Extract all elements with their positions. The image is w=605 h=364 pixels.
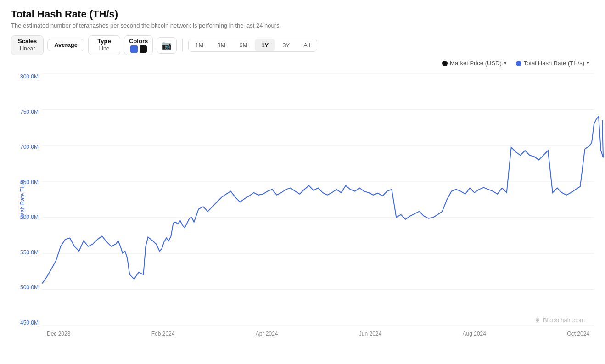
type-label: Type bbox=[97, 38, 111, 45]
legend-label-hash: Total Hash Rate (TH/s) bbox=[524, 60, 584, 67]
y-label-500: 500.0M bbox=[20, 284, 39, 291]
chart-svg bbox=[42, 73, 594, 326]
x-label-aug2024: Aug 2024 bbox=[463, 330, 486, 337]
legend-label-market: Market Price (USD) bbox=[450, 60, 502, 67]
scales-label: Scales bbox=[18, 38, 37, 45]
legend-hash-rate[interactable]: Total Hash Rate (TH/s) ▾ bbox=[516, 60, 589, 67]
scales-button[interactable]: Scales Linear bbox=[11, 35, 44, 55]
camera-icon: 📷 bbox=[162, 40, 172, 50]
legend-chevron-hash: ▾ bbox=[587, 60, 589, 66]
time-btn-1y[interactable]: 1Y bbox=[255, 39, 275, 51]
swatch-black bbox=[140, 45, 147, 53]
time-btn-6m[interactable]: 6M bbox=[233, 39, 254, 51]
watermark: Blockchain.com bbox=[534, 317, 585, 324]
time-btn-1m[interactable]: 1M bbox=[189, 39, 210, 51]
page-title: Total Hash Rate (TH/s) bbox=[11, 8, 594, 20]
color-swatches bbox=[130, 45, 147, 53]
chart-legend: Market Price (USD) ▾ Total Hash Rate (TH… bbox=[442, 60, 589, 67]
y-label-800: 800.0M bbox=[20, 73, 39, 80]
y-label-450: 450.0M bbox=[20, 319, 39, 326]
svg-marker-9 bbox=[537, 319, 538, 321]
blockchain-icon bbox=[534, 317, 541, 324]
y-label-750: 750.0M bbox=[20, 109, 39, 115]
y-label-550: 550.0M bbox=[20, 249, 39, 256]
scales-value: Linear bbox=[20, 45, 35, 53]
chart-container: Hash Rate TH/s 800.0M 750.0M 700.0M 650.… bbox=[11, 73, 594, 326]
type-value: Line bbox=[99, 45, 110, 53]
camera-button[interactable]: 📷 bbox=[157, 37, 177, 54]
chart-inner: Dec 2023 Feb 2024 Apr 2024 Jun 2024 Aug … bbox=[42, 73, 594, 326]
y-axis-title: Hash Rate TH/s bbox=[19, 180, 26, 219]
chart-area: Market Price (USD) ▾ Total Hash Rate (TH… bbox=[11, 60, 594, 340]
legend-dot-market bbox=[442, 61, 448, 66]
colors-label: Colors bbox=[129, 38, 148, 45]
swatch-blue bbox=[130, 45, 138, 53]
time-btn-all[interactable]: All bbox=[297, 39, 316, 51]
page-subtitle: The estimated number of terahashes per s… bbox=[11, 22, 594, 29]
hash-rate-line bbox=[42, 117, 603, 284]
average-label: Average bbox=[54, 41, 78, 49]
x-label-apr2024: Apr 2024 bbox=[256, 330, 278, 337]
legend-chevron-market: ▾ bbox=[504, 60, 507, 66]
type-button[interactable]: Type Line bbox=[88, 35, 120, 55]
watermark-text: Blockchain.com bbox=[543, 317, 585, 324]
legend-dot-hash bbox=[516, 61, 521, 66]
x-label-oct2024: Oct 2024 bbox=[567, 330, 589, 337]
divider bbox=[182, 39, 183, 52]
time-range-buttons: 1M 3M 6M 1Y 3Y All bbox=[188, 39, 317, 52]
time-btn-3m[interactable]: 3M bbox=[211, 39, 232, 51]
x-label-feb2024: Feb 2024 bbox=[151, 330, 175, 337]
x-label-jun2024: Jun 2024 bbox=[359, 330, 381, 337]
y-label-700: 700.0M bbox=[20, 144, 39, 150]
x-label-dec2023: Dec 2023 bbox=[47, 330, 70, 337]
colors-button[interactable]: Colors bbox=[124, 35, 153, 55]
time-btn-3y[interactable]: 3Y bbox=[276, 39, 296, 51]
average-button[interactable]: Average bbox=[47, 39, 84, 51]
controls-bar: Scales Linear Average Type Line Colors 📷… bbox=[11, 35, 594, 55]
legend-market-price[interactable]: Market Price (USD) ▾ bbox=[442, 60, 507, 67]
y-axis: Hash Rate TH/s 800.0M 750.0M 700.0M 650.… bbox=[11, 73, 42, 326]
